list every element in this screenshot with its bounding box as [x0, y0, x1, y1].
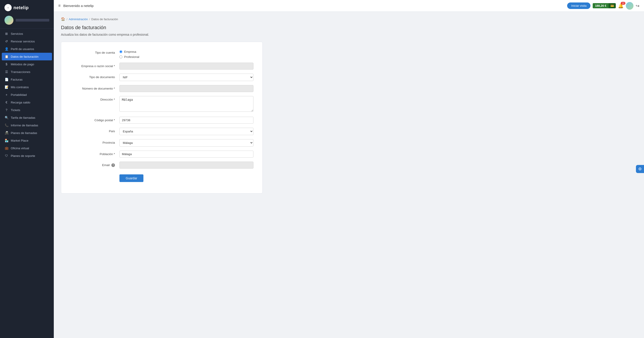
sidebar-item-tarifa[interactable]: 🔍 Tarifa de llamadas: [0, 114, 54, 121]
email-help-icon[interactable]: ?: [111, 163, 115, 167]
notification-count: 14: [621, 2, 626, 5]
call-plans-icon: 📠: [4, 131, 8, 135]
username-bar: [16, 19, 49, 22]
sidebar-item-portabilidad[interactable]: + Portabilidad: [0, 91, 54, 99]
num-doc-input[interactable]: [120, 85, 254, 92]
submit-row: Guardar: [70, 173, 254, 182]
page-title: Datos de facturación: [61, 25, 637, 31]
user-avatar-top[interactable]: [626, 2, 634, 10]
sidebar-item-tickets[interactable]: ? Tickets: [0, 106, 54, 114]
tipo-doc-select[interactable]: NIF NIE CIF Pasaporte Otros: [120, 74, 254, 81]
provincia-row: Provincia Málaga Madrid Barcelona Valenc…: [70, 139, 254, 146]
billing-icon: 📋: [4, 55, 8, 58]
tipo-doc-row: Tipo de documento NIF NIE CIF Pasaporte …: [70, 74, 254, 81]
sidebar-item-renovar[interactable]: ↺ Renovar servicios: [0, 38, 54, 45]
guardar-button[interactable]: Guardar: [120, 175, 144, 182]
avatar: [4, 16, 14, 25]
empresa-label: Empresa o razón social *: [70, 63, 120, 68]
direccion-label: Dirección *: [70, 96, 120, 101]
notifications-button[interactable]: 🔔 14: [618, 3, 624, 9]
cp-input[interactable]: [120, 117, 254, 124]
sidebar-item-recarga[interactable]: € Recarga saldo: [0, 99, 54, 106]
cp-field: [120, 117, 254, 124]
pais-field: España Francia Alemania Italia Portugal …: [120, 128, 254, 135]
breadcrumb-admin[interactable]: Administración: [69, 18, 88, 21]
home-icon[interactable]: 🏠: [61, 17, 65, 21]
hamburger-button[interactable]: ≡: [58, 3, 61, 8]
direccion-textarea[interactable]: Málaga: [120, 96, 254, 112]
report-icon: 📞: [4, 123, 8, 127]
num-doc-label: Número de documento *: [70, 85, 120, 90]
sidebar-item-facturas[interactable]: 📄 Facturas: [0, 76, 54, 83]
balance-wrapper: 188,26 € 💳: [593, 3, 616, 8]
transactions-icon: ☰: [4, 70, 8, 74]
sidebar-item-servicios[interactable]: ⊞ Servicios: [0, 30, 54, 38]
tipo-cuenta-radio-group: Empresa Profesional: [120, 49, 254, 59]
poblacion-label: Población *: [70, 150, 120, 156]
cp-label: Código postal *: [70, 117, 120, 122]
logo-text: netelip: [14, 5, 29, 10]
recharge-icon: €: [4, 101, 8, 104]
invoice-icon: 📄: [4, 78, 8, 81]
tipo-profesional-radio[interactable]: Profesional: [120, 55, 254, 59]
email-input[interactable]: [120, 161, 254, 168]
empresa-input[interactable]: [120, 63, 254, 70]
provincia-field: Málaga Madrid Barcelona Valencia Sevilla…: [120, 139, 254, 146]
logout-icon[interactable]: ↪: [636, 3, 640, 9]
credit-card-icon: 💳: [608, 3, 616, 8]
sidebar-item-marketplace[interactable]: 🏪 Market Place: [0, 137, 54, 144]
support-icon: 🛡: [4, 154, 8, 157]
profesional-radio-input[interactable]: [120, 55, 122, 58]
topbar-left: ≡ Bienvenido a netelip: [58, 3, 94, 8]
tipo-empresa-radio[interactable]: Empresa: [120, 50, 254, 53]
user-icon: 👤: [4, 47, 8, 51]
empresa-radio-input[interactable]: [120, 50, 122, 53]
breadcrumb-current: Datos de facturación: [92, 18, 118, 21]
direccion-field: Málaga: [120, 96, 254, 113]
tickets-icon: ?: [4, 108, 8, 112]
portability-icon: +: [4, 93, 8, 96]
grid-icon: ⊞: [4, 32, 8, 36]
iniciar-visita-button[interactable]: Iniciar visita: [567, 3, 590, 9]
sidebar-item-planes-llamadas[interactable]: 📠 Planes de llamadas: [0, 129, 54, 137]
sidebar-item-soporte[interactable]: 🛡 Planes de soporte: [0, 152, 54, 159]
tipo-doc-label: Tipo de documento: [70, 74, 120, 79]
office-icon: 💼: [4, 146, 8, 150]
main-content: ≡ Bienvenido a netelip Iniciar visita 18…: [54, 0, 644, 338]
pais-select[interactable]: España Francia Alemania Italia Portugal …: [120, 128, 254, 135]
provincia-label: Provincia: [70, 139, 120, 144]
sidebar-item-informe[interactable]: 📞 Informe de llamadas: [0, 121, 54, 129]
marketplace-icon: 🏪: [4, 139, 8, 142]
breadcrumb: 🏠 / Administración / Datos de facturació…: [61, 17, 637, 21]
sidebar-item-perfil[interactable]: 👤 Perfil de usuarios: [0, 45, 54, 53]
balance-amount: 188,26 €: [593, 3, 608, 8]
poblacion-input[interactable]: [120, 150, 254, 157]
cp-row: Código postal *: [70, 117, 254, 124]
contracts-icon: 📝: [4, 85, 8, 89]
sidebar-item-contratos[interactable]: 📝 Mis contratos: [0, 83, 54, 91]
poblacion-field: [120, 150, 254, 157]
direccion-row: Dirección * Málaga: [70, 96, 254, 113]
refresh-icon: ↺: [4, 40, 8, 43]
billing-form-card: Tipo de cuenta Empresa Profesional: [61, 42, 262, 194]
empresa-field: [120, 63, 254, 70]
tipo-cuenta-label: Tipo de cuenta: [70, 49, 120, 54]
sidebar: ○ netelip ⊞ Servicios ↺ Renovar servicio…: [0, 0, 54, 338]
page-subtitle: Actualiza los datos de facturación como …: [61, 33, 637, 36]
empresa-row: Empresa o razón social *: [70, 63, 254, 70]
settings-fab[interactable]: ⚙: [636, 165, 644, 173]
page-content: 🏠 / Administración / Datos de facturació…: [54, 12, 644, 338]
sidebar-item-transacciones[interactable]: ☰ Transacciones: [0, 68, 54, 76]
sidebar-item-pagos[interactable]: $ Métodos de pago: [0, 60, 54, 68]
email-label: Email ?: [70, 161, 120, 167]
pais-label: País: [70, 128, 120, 133]
num-doc-row: Número de documento *: [70, 85, 254, 92]
user-profile: [0, 14, 54, 29]
sidebar-item-facturacion[interactable]: 📋 Datos de facturación: [2, 53, 52, 60]
topbar: ≡ Bienvenido a netelip Iniciar visita 18…: [54, 0, 644, 12]
sidebar-nav: ⊞ Servicios ↺ Renovar servicios 👤 Perfil…: [0, 30, 54, 159]
provincia-select[interactable]: Málaga Madrid Barcelona Valencia Sevilla…: [120, 139, 254, 146]
tariff-icon: 🔍: [4, 116, 8, 119]
sidebar-item-oficina[interactable]: 💼 Oficina virtual: [0, 144, 54, 152]
tipo-cuenta-field: Empresa Profesional: [120, 49, 254, 59]
